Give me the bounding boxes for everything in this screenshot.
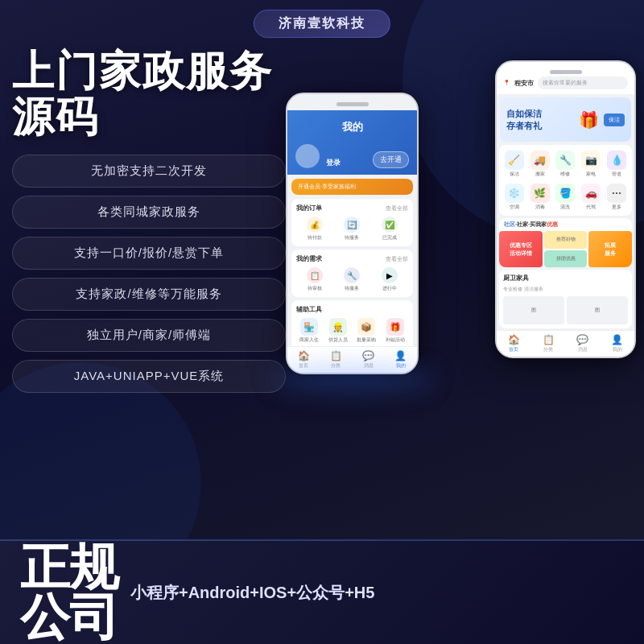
home-page: 📍 程安市 搜索你常要的服务 自如保洁: [497, 62, 634, 357]
home-card-subtitle: 专业检修 清洁服务: [503, 286, 628, 293]
service-item-5[interactable]: 💧 管道: [605, 148, 629, 180]
feature-item-5: 独立用户/商家/师傅端: [12, 319, 286, 352]
orders-view-all[interactable]: 查看全部: [386, 204, 408, 213]
tool-4[interactable]: 🎁 补贴活动: [382, 318, 408, 343]
my-page: 我的 登录 去开通 开通会员·享: [287, 94, 417, 373]
promo-card-1-text: 优惠专区活动详情: [508, 240, 534, 259]
need-type-2[interactable]: 🔧 待服务: [344, 267, 360, 292]
platforms-text: 小程序+Android+IOS+公众号+H5: [130, 581, 624, 604]
service-item-4[interactable]: 📷 家电: [579, 148, 603, 180]
phone-front: 我的 登录 去开通 开通会员·享: [286, 93, 419, 374]
home-card-items: 图 图: [503, 296, 628, 324]
phone-front-screen: 我的 登录 去开通 开通会员·享: [287, 94, 417, 373]
service-item-6[interactable]: ❄️ 空调: [502, 181, 526, 213]
tool-3[interactable]: 📦 批量采购: [354, 318, 380, 343]
left-side: 上门家政服务源码 无加密支持二次开发 各类同城家政服务 支持一口价/报价/悬赏下…: [12, 44, 286, 592]
phone-glow: [272, 366, 433, 390]
service-item-2[interactable]: 🚚 搬家: [528, 148, 552, 180]
orders-section: 我的订单 查看全部 💰 待付款: [291, 199, 413, 246]
service-item-1[interactable]: 🧹 保洁: [502, 148, 526, 180]
home-card-item-1: 图: [503, 296, 564, 324]
promo-card-1: 优惠专区活动详情: [499, 231, 543, 267]
promo-grid: 优惠专区活动详情 推荐好物 拼团优惠: [499, 231, 632, 267]
phone-back-shell: 📍 程安市 搜索你常要的服务 自如保洁: [495, 60, 636, 358]
orders-title: 我的订单: [296, 204, 322, 213]
home-card: 厨卫家具 专业检修 清洁服务 图 图: [499, 270, 632, 328]
home-card-title: 厨卫家具: [503, 274, 628, 283]
promo-card-2-text: 拓展服务: [603, 240, 617, 259]
order-type-3[interactable]: ✅ 已完成: [382, 217, 398, 242]
home-banner: 自如保洁 存者有礼 保洁 🎁: [500, 97, 631, 142]
services-grid: 🧹 保洁 🚚 搬家 🔧 维修: [499, 145, 632, 216]
needs-title: 我的需求: [296, 254, 322, 263]
my-nav-home[interactable]: 🏠 首页: [298, 350, 310, 369]
nav-category[interactable]: 📋 分类: [543, 334, 555, 353]
promo-section: 社区·社家·买我家优惠 优惠专区活动详情 推荐好物: [499, 218, 632, 267]
order-type-1[interactable]: 💰 待付款: [307, 217, 323, 242]
home-header: 📍 程安市 搜索你常要的服务: [497, 62, 634, 94]
service-item-more[interactable]: ⋯ 更多: [605, 181, 629, 213]
feature-item-1: 无加密支持二次开发: [12, 155, 286, 188]
home-search[interactable]: 搜索你常要的服务: [538, 76, 628, 89]
my-avatar: [295, 144, 320, 168]
bottom-section: 正规 公司 小程序+Android+IOS+公众号+H5: [0, 539, 644, 644]
tools-title-row: 辅助工具: [296, 305, 408, 314]
promo-card-2: 拓展服务: [588, 231, 632, 267]
need-type-1[interactable]: 📋 待审核: [307, 267, 323, 292]
company-badge: 济南壹软科技: [254, 10, 390, 38]
banner-text: 自如保洁: [506, 108, 542, 119]
feature-item-4: 支持家政/维修等万能服务: [12, 278, 286, 311]
vip-banner[interactable]: 开通会员·享受家族福利: [291, 179, 413, 195]
phones-area: 📍 程安市 搜索你常要的服务 自如保洁: [294, 44, 632, 592]
phone-front-shell: 我的 登录 去开通 开通会员·享: [286, 93, 419, 374]
home-location: 程安市: [514, 79, 534, 88]
order-type-2[interactable]: 🔄 待服务: [344, 217, 360, 242]
feature-item-2: 各类同城家政服务: [12, 196, 286, 229]
nav-home[interactable]: 🏠 首页: [508, 334, 520, 353]
nav-my[interactable]: 👤 我的: [611, 334, 623, 353]
banner-subtext: 存者有礼: [506, 120, 542, 131]
needs-section: 我的需求 查看全部 📋 待审核: [291, 250, 413, 297]
features-list: 无加密支持二次开发 各类同城家政服务 支持一口价/报价/悬赏下单 支持家政/维修…: [12, 155, 286, 393]
bottom-text-line2: 公司: [20, 592, 118, 642]
tools-title: 辅助工具: [296, 305, 322, 314]
company-name: 济南壹软科技: [279, 16, 365, 30]
phone-container: 📍 程安市 搜索你常要的服务 自如保洁: [294, 44, 632, 592]
my-nav-my[interactable]: 👤 我的: [394, 350, 407, 369]
needs-icons: 📋 待审核 🔧 待服务 ▶: [296, 267, 408, 292]
phone-back-screen: 📍 程安市 搜索你常要的服务 自如保洁: [497, 62, 634, 357]
promo-title: 社区·社家·买我家优惠: [499, 218, 632, 231]
phone-back: 📍 程安市 搜索你常要的服务 自如保洁: [495, 60, 636, 358]
my-page-title: 我的: [342, 120, 363, 134]
login-text[interactable]: 登录: [326, 158, 341, 168]
service-item-3[interactable]: 🔧 维修: [554, 148, 578, 180]
tool-1[interactable]: 🏪 商家入住: [296, 318, 322, 343]
needs-title-row: 我的需求 查看全部: [296, 254, 408, 263]
orders-icons: 💰 待付款 🔄 待服务 ✅: [296, 217, 408, 242]
goto-btn[interactable]: 去开通: [373, 151, 409, 168]
main-title: 上门家政服务源码: [12, 48, 286, 140]
page-wrapper: 济南壹软科技 上门家政服务源码 无加密支持二次开发 各类同城家政服务 支持一口价…: [0, 0, 644, 644]
bottom-left: 正规 公司: [20, 543, 118, 642]
feature-item-6: JAVA+UNIAPP+VUE系统: [12, 360, 286, 393]
service-item-8[interactable]: 🪣 清洗: [554, 181, 578, 213]
bottom-text-line1: 正规: [20, 543, 118, 592]
banner-badge: 保洁: [604, 114, 625, 126]
bottom-right: 小程序+Android+IOS+公众号+H5: [130, 581, 624, 604]
home-bottom-nav: 🏠 首页 📋 分类 💬 消息: [497, 330, 634, 357]
tool-2[interactable]: 👷 供货人员: [325, 318, 351, 343]
header: 济南壹软科技: [0, 0, 644, 44]
feature-item-3: 支持一口价/报价/悬赏下单: [12, 237, 286, 270]
my-page-header: 我的 登录 去开通: [287, 110, 417, 175]
need-type-3[interactable]: ▶ 进行中: [382, 267, 398, 292]
service-item-9[interactable]: 🚗 代驾: [579, 181, 603, 213]
orders-title-row: 我的订单 查看全部: [296, 204, 408, 213]
nav-message[interactable]: 💬 消息: [576, 334, 588, 353]
main-content: 上门家政服务源码 无加密支持二次开发 各类同城家政服务 支持一口价/报价/悬赏下…: [0, 44, 644, 592]
service-item-7[interactable]: 🌿 消毒: [528, 181, 552, 213]
needs-view-all[interactable]: 查看全部: [386, 255, 408, 263]
home-card-item-2: 图: [567, 296, 628, 324]
